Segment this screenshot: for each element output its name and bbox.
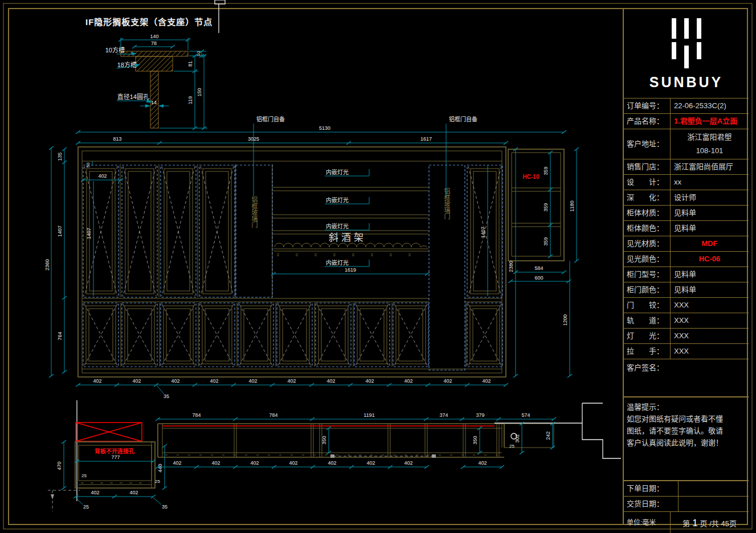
door-color-label: 柜门颜色： [624, 282, 671, 297]
detailer-label: 深 化： [624, 190, 671, 205]
svg-text:402: 402 [443, 378, 452, 384]
dim-10: 10 [196, 51, 201, 56]
svg-text:402: 402 [478, 460, 487, 466]
svg-text:402: 402 [404, 460, 412, 466]
dim-150: 150 [197, 88, 202, 96]
delivery-date-label: 交货日期： [624, 497, 679, 511]
dim-242: 242 [545, 431, 551, 440]
svg-text:25: 25 [83, 504, 89, 510]
hole-label: 直径14圆孔 [117, 93, 149, 100]
door-note-left: 铝框门自备 [256, 116, 285, 122]
svg-text:25: 25 [509, 444, 514, 449]
svg-text:402: 402 [248, 378, 257, 384]
sunbuy-logo-icon [667, 17, 706, 69]
svg-text:402: 402 [211, 460, 220, 466]
section-marker [215, 0, 225, 33]
hinge-label: 门 铰： [624, 298, 671, 313]
page-indicator: 第1页 /共 45页 [671, 512, 749, 533]
dim-35: 35 [164, 393, 169, 399]
order-no-label: 订单编号： [624, 99, 671, 113]
cabinet-color-value: 见料单 [671, 221, 749, 236]
detail-title: IF隐形搁板支架（含支座）节点 [85, 17, 213, 27]
svg-text:402: 402 [328, 460, 336, 466]
svg-text:359: 359 [543, 203, 549, 211]
handle-label: 拉 手： [624, 344, 671, 359]
dim-1619: 1619 [345, 267, 356, 273]
svg-text:402: 402 [129, 490, 138, 495]
svg-text:402: 402 [366, 460, 375, 466]
dim-777: 777 [111, 454, 120, 460]
store-value: 浙江富阳尚佰展厅 [671, 159, 749, 174]
plan-dim-35: 35 [162, 504, 167, 510]
dim-78: 78 [151, 40, 157, 46]
dim-574: 574 [521, 412, 530, 418]
dim-5130: 5130 [319, 125, 330, 131]
main-elevation: 铝框玻璃门 铝框玻璃门 斜酒架 内嵌灯光 内嵌灯光 内嵌灯光 内嵌灯光 1619… [44, 116, 579, 399]
rail-value: XXX [671, 313, 749, 328]
customer-signature-row: 客户签名： [624, 359, 749, 397]
dim-1617: 1617 [420, 136, 432, 142]
dim-764: 764 [57, 331, 63, 340]
visible-material-value: MDF [671, 236, 749, 251]
notice-block: 温馨提示： 如您对图纸有疑问或者看不懂 图纸，请不要签字确认。敬请 客户认真阅读… [624, 397, 749, 481]
door-model-label: 柜门型号： [624, 267, 671, 282]
svg-text:402: 402 [326, 378, 335, 384]
title-block: SUNBUY 订单编号：22-06-2533C(2) 产品名称：1.君塱负一层A… [623, 9, 749, 524]
dim-3025: 3025 [248, 136, 259, 142]
dim-2380: 2380 [508, 261, 514, 272]
drawing-sheet: IF隐形搁板支架（含支座）节点 10方槽 18方槽 直径14圆孔 140 78 … [0, 0, 756, 533]
svg-text:350: 350 [472, 436, 478, 444]
svg-text:402: 402 [132, 378, 141, 384]
svg-text:25: 25 [155, 479, 160, 484]
hinge-value: XXX [671, 298, 749, 313]
light-value: XXX [671, 329, 749, 343]
dim-584: 584 [534, 265, 543, 271]
glass-door-left-label: 铝框玻璃门 [251, 196, 258, 228]
dim-402-inner: 402 [98, 173, 107, 179]
dim-470: 470 [56, 461, 62, 470]
base-cabinet-run [158, 424, 554, 458]
delivery-date-value [679, 497, 749, 511]
cabinet-material-value: 见料单 [671, 206, 749, 220]
backpanel-note: 背板不开连接孔 [95, 448, 134, 454]
svg-text:359: 359 [543, 237, 549, 245]
light-labels: 内嵌灯光 内嵌灯光 内嵌灯光 内嵌灯光 [325, 169, 369, 266]
svg-text:402: 402 [93, 378, 101, 384]
slot10-label: 10方槽 [105, 46, 125, 54]
wine-rack-label: 斜酒架 [329, 232, 366, 243]
customer-address-value: 浙江富阳君塱108-101 [671, 129, 749, 159]
dim-374: 374 [439, 412, 448, 418]
designer-label: 设 计： [624, 175, 671, 190]
dim-813: 813 [113, 136, 121, 142]
svg-text:402: 402 [287, 378, 296, 384]
bracket-detail: IF隐形搁板支架（含支座）节点 10方槽 18方槽 直径14圆孔 140 78 … [85, 17, 213, 130]
dim-1407-left: 1407 [57, 226, 63, 237]
dim-119: 119 [187, 96, 193, 104]
glass-door-left: 铝框玻璃门 [236, 165, 272, 297]
notice-title: 温馨提示： [627, 401, 746, 413]
dim-140: 140 [150, 34, 158, 39]
dim-50: 50 [85, 162, 91, 167]
order-no-value: 22-06-2533C(2) [671, 99, 749, 113]
wall-outline [495, 403, 621, 458]
dim-1200: 1200 [562, 314, 568, 326]
visible-color-label: 见光颜色： [624, 252, 671, 266]
visible-color-value: HC-06 [671, 252, 749, 266]
unit-label: 单位:毫米 [624, 512, 671, 533]
dim-1191: 1191 [363, 412, 374, 418]
svg-text:402: 402 [91, 490, 99, 495]
detailer-value: 设计师 [671, 190, 749, 205]
svg-text:内嵌灯光: 内嵌灯光 [326, 223, 349, 229]
svg-text:内嵌灯光: 内嵌灯光 [326, 169, 349, 175]
svg-text:402: 402 [365, 378, 374, 384]
svg-text:784: 784 [269, 412, 277, 418]
brand-name: SUNBUY [649, 74, 724, 91]
dim-1180: 1180 [569, 200, 575, 211]
dim-14: 14 [151, 100, 157, 105]
light-label: 灯 光： [624, 329, 671, 343]
visible-material-label: 见光材质： [624, 236, 671, 251]
svg-text:内嵌灯光: 内嵌灯光 [326, 259, 349, 266]
no-hole-zone [76, 423, 142, 441]
cabinet-color-label: 柜体颜色： [624, 221, 671, 236]
dim-135: 135 [57, 152, 63, 161]
